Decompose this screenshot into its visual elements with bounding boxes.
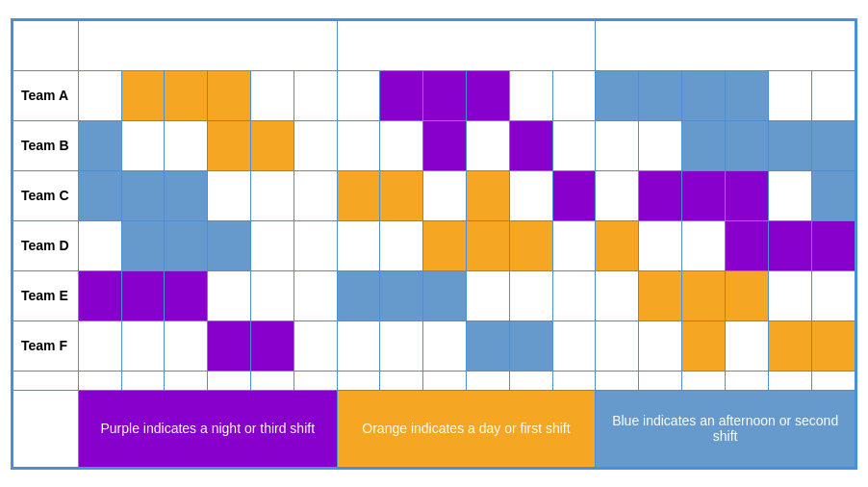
spacer-row bbox=[13, 371, 855, 390]
cell-teamA-10 bbox=[509, 70, 552, 120]
cell-teamF-11 bbox=[552, 320, 596, 371]
cell-teamD-9 bbox=[466, 220, 509, 270]
cell-teamC-4 bbox=[251, 170, 294, 220]
cell-teamB-9 bbox=[466, 120, 509, 170]
cell-teamA-14 bbox=[682, 70, 726, 120]
cell-teamD-14 bbox=[682, 220, 726, 270]
cell-teamF-9 bbox=[466, 320, 509, 371]
cell-teamC-6 bbox=[337, 170, 380, 220]
cell-teamB-14 bbox=[682, 120, 726, 170]
team-label-teamE: Team E bbox=[13, 270, 79, 320]
spacer-cell-1 bbox=[78, 371, 121, 390]
cell-teamC-13 bbox=[639, 170, 682, 220]
cell-teamF-14 bbox=[682, 320, 726, 371]
cell-teamA-5 bbox=[294, 70, 337, 120]
cell-teamC-7 bbox=[380, 170, 423, 220]
cell-teamB-4 bbox=[251, 120, 294, 170]
cell-teamA-12 bbox=[596, 70, 639, 120]
cell-teamD-4 bbox=[251, 220, 294, 270]
legend-row: Purple indicates a night or third shiftO… bbox=[13, 390, 855, 467]
cell-teamB-1 bbox=[121, 120, 165, 170]
cell-teamA-1 bbox=[121, 70, 165, 120]
cell-teamB-5 bbox=[294, 120, 337, 170]
cell-teamB-11 bbox=[552, 120, 596, 170]
cell-teamC-5 bbox=[294, 170, 337, 220]
cell-teamB-13 bbox=[639, 120, 682, 170]
cell-teamB-6 bbox=[337, 120, 380, 170]
cell-teamD-15 bbox=[726, 220, 769, 270]
cell-teamA-0 bbox=[78, 70, 121, 120]
cell-teamC-0 bbox=[78, 170, 121, 220]
cell-teamD-12 bbox=[596, 220, 639, 270]
legend-purple: Purple indicates a night or third shift bbox=[78, 390, 337, 467]
spacer-cell-5 bbox=[251, 371, 294, 390]
cell-teamF-7 bbox=[380, 320, 423, 371]
cell-teamF-1 bbox=[121, 320, 165, 371]
cell-teamE-17 bbox=[811, 270, 855, 320]
cell-teamE-5 bbox=[294, 270, 337, 320]
header-row bbox=[13, 20, 855, 70]
cell-teamB-12 bbox=[596, 120, 639, 170]
spacer-cell-12 bbox=[552, 371, 596, 390]
cell-teamD-1 bbox=[121, 220, 165, 270]
cell-teamC-2 bbox=[165, 170, 208, 220]
cell-teamA-16 bbox=[768, 70, 811, 120]
team-row-teamd: Team D bbox=[13, 220, 855, 270]
cell-teamF-6 bbox=[337, 320, 380, 371]
cell-teamD-11 bbox=[552, 220, 596, 270]
cell-teamD-17 bbox=[811, 220, 855, 270]
spacer-cell-13 bbox=[596, 371, 639, 390]
team-label-teamB: Team B bbox=[13, 120, 79, 170]
cell-teamC-9 bbox=[466, 170, 509, 220]
cell-teamA-9 bbox=[466, 70, 509, 120]
cell-teamB-17 bbox=[811, 120, 855, 170]
cell-teamA-2 bbox=[165, 70, 208, 120]
spacer-cell-14 bbox=[639, 371, 682, 390]
team-row-teamb: Team B bbox=[13, 120, 855, 170]
spacer-cell-4 bbox=[208, 371, 251, 390]
spacer-cell-0 bbox=[13, 371, 79, 390]
spacer-cell-11 bbox=[509, 371, 552, 390]
cell-teamB-16 bbox=[768, 120, 811, 170]
cell-teamE-9 bbox=[466, 270, 509, 320]
spacer-cell-18 bbox=[811, 371, 855, 390]
cell-teamA-6 bbox=[337, 70, 380, 120]
cell-teamF-2 bbox=[165, 320, 208, 371]
cell-teamF-13 bbox=[639, 320, 682, 371]
cell-teamF-17 bbox=[811, 320, 855, 371]
spacer-cell-9 bbox=[423, 371, 467, 390]
spacer-cell-15 bbox=[682, 371, 726, 390]
cell-teamE-6 bbox=[337, 270, 380, 320]
cell-teamD-3 bbox=[208, 220, 251, 270]
cell-teamE-12 bbox=[596, 270, 639, 320]
cell-teamE-16 bbox=[768, 270, 811, 320]
cell-teamD-2 bbox=[165, 220, 208, 270]
cell-teamA-17 bbox=[811, 70, 855, 120]
week2-header bbox=[337, 20, 596, 70]
cell-teamC-10 bbox=[509, 170, 552, 220]
cell-teamA-3 bbox=[208, 70, 251, 120]
cell-teamA-8 bbox=[423, 70, 467, 120]
schedule-container: Team ATeam BTeam CTeam DTeam ETeam FPurp… bbox=[11, 18, 857, 470]
cell-teamE-4 bbox=[251, 270, 294, 320]
cell-teamC-8 bbox=[423, 170, 467, 220]
spacer-cell-10 bbox=[466, 371, 509, 390]
cell-teamE-3 bbox=[208, 270, 251, 320]
cell-teamC-14 bbox=[682, 170, 726, 220]
spacer-cell-8 bbox=[380, 371, 423, 390]
spacer-cell-16 bbox=[726, 371, 769, 390]
cell-teamB-3 bbox=[208, 120, 251, 170]
team-row-teama: Team A bbox=[13, 70, 855, 120]
cell-teamE-2 bbox=[165, 270, 208, 320]
spacer-cell-6 bbox=[294, 371, 337, 390]
spacer-cell-7 bbox=[337, 371, 380, 390]
spacer-cell-2 bbox=[121, 371, 165, 390]
cell-teamB-15 bbox=[726, 120, 769, 170]
team-row-teame: Team E bbox=[13, 270, 855, 320]
cell-teamF-3 bbox=[208, 320, 251, 371]
legend-blue: Blue indicates an afternoon or second sh… bbox=[596, 390, 855, 467]
team-label-teamC: Team C bbox=[13, 170, 79, 220]
cell-teamD-16 bbox=[768, 220, 811, 270]
team-row-teamc: Team C bbox=[13, 170, 855, 220]
cell-teamC-12 bbox=[596, 170, 639, 220]
